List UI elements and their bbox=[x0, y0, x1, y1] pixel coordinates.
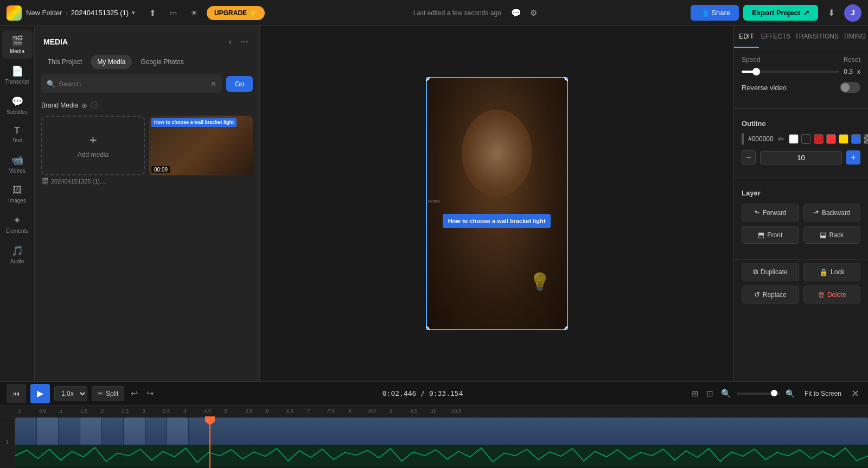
videos-icon: 📹 bbox=[11, 154, 23, 166]
zoom-in-button[interactable]: 🔍 bbox=[783, 387, 797, 400]
share-button[interactable]: 👥 Share bbox=[691, 5, 739, 21]
add-media-box[interactable]: + Add media bbox=[41, 116, 145, 175]
timeline-area: ⏮ ▶ 1.0x 0.5x 1.5x 2.0x ✂ Split ↩ ↪ 0:02… bbox=[0, 381, 868, 468]
sidebar-item-audio[interactable]: 🎵 Audio bbox=[2, 241, 33, 269]
outline-size-value[interactable]: 10 bbox=[760, 151, 842, 165]
swatch-black[interactable] bbox=[801, 134, 811, 144]
lock-button[interactable]: 🔒 Lock bbox=[803, 263, 861, 281]
ruler-mark: :8 bbox=[347, 408, 368, 414]
lock-label: Lock bbox=[831, 268, 844, 276]
subtitles-label: Subtitles bbox=[7, 109, 27, 115]
rewind-button[interactable]: ⏮ bbox=[7, 384, 26, 403]
video-text-overlay[interactable]: How to choose a wall bracket light bbox=[443, 214, 551, 229]
sidebar-item-subtitles[interactable]: 💬 Subtitles bbox=[2, 91, 33, 119]
collapse-panel-button[interactable]: ‹ bbox=[227, 35, 234, 49]
play-button[interactable]: ▶ bbox=[30, 384, 50, 403]
layer-row-2: ⬒ Front ⬓ Back bbox=[742, 226, 860, 244]
comment-icon-btn[interactable]: 💬 bbox=[508, 4, 525, 22]
swatch-red-dark[interactable] bbox=[814, 134, 824, 144]
current-time: 0:02.446 bbox=[382, 389, 417, 397]
search-row: 🔍 ✕ Go bbox=[35, 74, 259, 93]
timeline-controls: ⏮ ▶ 1.0x 0.5x 1.5x 2.0x ✂ Split ↩ ↪ 0:02… bbox=[0, 382, 868, 406]
outline-size-increase[interactable]: + bbox=[846, 150, 860, 165]
reverse-video-toggle[interactable] bbox=[840, 82, 860, 93]
duplicate-label: Duplicate bbox=[761, 268, 788, 276]
tab-transitions[interactable]: TRANSITIONS bbox=[793, 26, 841, 48]
tab-google-photos[interactable]: Google Photos bbox=[134, 55, 190, 69]
redo-button[interactable]: ↪ bbox=[144, 386, 156, 401]
back-label: Back bbox=[829, 231, 844, 239]
waveform-strip bbox=[15, 445, 868, 467]
zoom-slider[interactable] bbox=[737, 393, 780, 395]
zoom-out-button[interactable]: 🔍 bbox=[719, 387, 733, 401]
share-icon-btn[interactable]: ⬆ bbox=[144, 4, 161, 22]
replace-button[interactable]: ↺ Replace bbox=[742, 286, 799, 303]
timeline-right-controls: ⊞ ⊡ 🔍 🔍 Fit to Screen ✕ bbox=[690, 385, 861, 402]
outline-size-decrease[interactable]: − bbox=[742, 150, 756, 165]
swatch-red[interactable] bbox=[826, 134, 836, 144]
timeline-view-toggle[interactable]: ⊞ bbox=[690, 387, 701, 401]
search-go-button[interactable]: Go bbox=[226, 76, 253, 92]
tab-this-project[interactable]: This Project bbox=[41, 55, 88, 69]
speed-selector[interactable]: 1.0x 0.5x 1.5x 2.0x bbox=[54, 386, 87, 401]
layer-forward-button[interactable]: ⬑ Forward bbox=[742, 204, 799, 222]
sidebar-item-media[interactable]: 🎬 Media bbox=[2, 30, 33, 59]
upgrade-button[interactable]: UPGRADE ⚡ bbox=[207, 6, 265, 20]
zoom-slider-thumb[interactable] bbox=[771, 390, 777, 396]
download-button[interactable]: ⬇ bbox=[822, 4, 840, 22]
ruler-mark: :2 bbox=[100, 408, 120, 414]
sidebar-item-text[interactable]: T Text bbox=[2, 122, 33, 148]
close-timeline-button[interactable]: ✕ bbox=[849, 385, 861, 402]
color-preview[interactable] bbox=[742, 133, 744, 145]
swatch-transparent[interactable] bbox=[864, 134, 868, 144]
fit-screen-button[interactable]: Fit to Screen bbox=[800, 388, 846, 400]
swatch-yellow[interactable] bbox=[839, 134, 848, 144]
brightness-icon-btn[interactable]: ☀ bbox=[185, 4, 202, 22]
layer-backward-button[interactable]: ⬏ Backward bbox=[803, 204, 861, 222]
sidebar-item-transcript[interactable]: 📄 Transcript bbox=[2, 61, 33, 89]
sidebar-item-videos[interactable]: 📹 Videos bbox=[2, 150, 33, 178]
ruler-mark: :1.5 bbox=[79, 408, 100, 414]
speed-slider-thumb[interactable] bbox=[752, 68, 760, 75]
dropdown-arrow[interactable]: ▾ bbox=[132, 9, 135, 16]
delete-label: Delete bbox=[827, 291, 846, 299]
media-panel: MEDIA ‹ ··· This Project My Media Google… bbox=[35, 26, 260, 381]
media-icon: 🎬 bbox=[11, 35, 23, 47]
layer-section: Layer ⬑ Forward ⬏ Backward ⬒ Front ⬓ bbox=[734, 181, 868, 256]
duplicate-button[interactable]: ⧉ Duplicate bbox=[742, 263, 799, 281]
settings-icon-btn[interactable]: ⚙ bbox=[525, 4, 542, 22]
undo-button[interactable]: ↩ bbox=[129, 386, 140, 401]
swatch-white[interactable] bbox=[789, 134, 799, 144]
speed-reset[interactable]: Reset bbox=[844, 56, 860, 64]
speed-slider[interactable] bbox=[742, 71, 839, 73]
tab-my-media[interactable]: My Media bbox=[91, 55, 132, 69]
media-thumbnail[interactable]: How to choose a wall bracket light 00:09 bbox=[149, 116, 253, 175]
tab-edit[interactable]: EDIT bbox=[734, 26, 759, 48]
tab-effects[interactable]: EFFECTS bbox=[759, 26, 793, 48]
search-input[interactable] bbox=[59, 80, 210, 88]
timeline-fit-button[interactable]: ⊡ bbox=[704, 387, 716, 401]
user-avatar[interactable]: J bbox=[844, 4, 861, 22]
swatch-blue[interactable] bbox=[851, 134, 861, 144]
layer-front-button[interactable]: ⬒ Front bbox=[742, 226, 799, 244]
export-button[interactable]: Export Project ↗ bbox=[743, 5, 818, 21]
video-frame[interactable]: 💡 TikTok How to choose a wall bracket li… bbox=[426, 77, 568, 330]
screen-icon-btn[interactable]: ▭ bbox=[164, 4, 182, 22]
brand-media-add-icon[interactable]: ⊕ bbox=[81, 102, 87, 110]
brand-media-info-icon[interactable]: ⓘ bbox=[91, 100, 98, 110]
edit-color-icon[interactable]: ✏ bbox=[778, 135, 784, 143]
search-clear-button[interactable]: ✕ bbox=[210, 80, 216, 88]
delete-button[interactable]: 🗑 Delete bbox=[803, 286, 861, 303]
track-clip[interactable] bbox=[15, 418, 868, 467]
track-number: 1 bbox=[6, 439, 9, 445]
add-media-plus-icon: + bbox=[89, 132, 97, 148]
sidebar-item-elements[interactable]: ✦ Elements bbox=[2, 210, 33, 238]
reverse-video-label: Reverse video bbox=[742, 84, 787, 92]
timeline-tracks: :0 :0.5 :1 :1.5 :2 :2.5 :3 :3.5 :4 :4.5 … bbox=[0, 406, 868, 468]
tab-timing[interactable]: TIMING bbox=[841, 26, 868, 48]
sidebar-item-images[interactable]: 🖼 Images bbox=[2, 180, 33, 208]
split-button[interactable]: ✂ Split bbox=[92, 386, 124, 401]
more-options-button[interactable]: ··· bbox=[238, 34, 251, 49]
layer-back-button[interactable]: ⬓ Back bbox=[803, 226, 861, 244]
track-content[interactable] bbox=[15, 416, 868, 468]
